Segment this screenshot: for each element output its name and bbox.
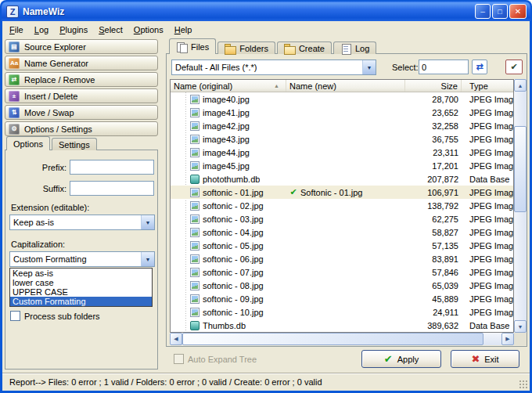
select-all-button[interactable] (505, 59, 523, 74)
menu-item-plugins[interactable]: Plugins (54, 23, 93, 36)
sidebar-button-name-generator[interactable]: Aa Name Generator (5, 56, 158, 70)
select-count-input[interactable] (419, 59, 469, 74)
vertical-scrollbar-thumb[interactable] (514, 126, 527, 212)
table-row[interactable]: softonic - 08.jpg 65,039 JPEG Imag (171, 279, 513, 292)
table-row[interactable]: softonic - 01.jpg Softonic - 01.jpg 106,… (171, 186, 513, 199)
tab-create[interactable]: Create (277, 41, 332, 54)
column-header-original-label: Name (original) (174, 81, 232, 91)
close-button[interactable]: ✕ (509, 4, 527, 19)
menu-item-options[interactable]: Options (128, 23, 169, 36)
process-sub-folders-checkbox[interactable] (10, 311, 20, 321)
suffix-input[interactable] (70, 181, 154, 196)
valid-check-icon (286, 320, 300, 330)
table-row[interactable]: image44.jpg 23,311 JPEG Imag (171, 146, 513, 159)
table-row[interactable]: Thumbs.db 389,632 Data Base (171, 319, 513, 332)
table-row[interactable]: photothumb.db 207,872 Data Base (171, 172, 513, 186)
prefix-label: Prefix: (42, 163, 66, 172)
file-name: image40.jpg (203, 95, 250, 104)
apply-check-icon (384, 353, 393, 365)
file-name: softonic - 04.jpg (203, 228, 264, 237)
sidebar-button-icon: ⚙ (9, 124, 20, 135)
title-bar[interactable]: Z NameWiz ─ □ ✕ (2, 2, 530, 21)
sidebar-button-source-explorer[interactable]: ▤ Source Explorer (5, 39, 158, 54)
vertical-scrollbar[interactable] (514, 79, 527, 333)
chevron-down-icon[interactable] (141, 252, 154, 266)
file-icon (190, 281, 200, 290)
column-header-size[interactable]: Size (405, 80, 462, 92)
table-row[interactable]: softonic - 06.jpg 83,891 JPEG Imag (171, 252, 513, 265)
valid-check-icon (286, 121, 300, 131)
resize-grip[interactable] (519, 380, 528, 389)
table-row[interactable]: softonic - 09.jpg 45,889 JPEG Imag (171, 292, 513, 305)
valid-check-icon (286, 307, 300, 317)
horizontal-scrollbar-thumb[interactable] (182, 333, 483, 345)
file-type: JPEG Imag (462, 241, 513, 251)
file-icon (190, 268, 200, 277)
scroll-left-button[interactable] (170, 333, 182, 345)
table-row[interactable]: image42.jpg 32,258 JPEG Imag (171, 119, 513, 132)
sidebar-button-insert-delete[interactable]: ± Insert / Delete (5, 88, 158, 103)
chevron-down-icon[interactable] (362, 60, 376, 74)
sidebar-button-options-settings[interactable]: ⚙ Options / Settings (5, 121, 158, 136)
file-size: 389,632 (405, 321, 462, 330)
menu-item-log[interactable]: Log (29, 23, 54, 36)
menu-item-file[interactable]: File (4, 23, 29, 36)
listbox-option[interactable]: Custom Formatting (10, 297, 152, 306)
file-size: 106,971 (405, 188, 462, 197)
tab-options[interactable]: Options (6, 136, 50, 150)
exit-cross-icon (471, 353, 480, 365)
invert-selection-button[interactable] (472, 59, 487, 74)
capitalization-label: Capitalization: (11, 240, 65, 249)
table-row[interactable]: softonic - 07.jpg 57,846 JPEG Imag (171, 265, 513, 279)
table-row[interactable]: softonic - 04.jpg 58,827 JPEG Imag (171, 225, 513, 239)
column-header-new[interactable]: Name (new) (286, 80, 405, 92)
maximize-button[interactable]: □ (492, 4, 508, 19)
main-tabs: Files Folders Create Log (169, 38, 378, 54)
listbox-option[interactable]: lower case (10, 278, 152, 287)
filter-dropdown[interactable]: Default - All Files (*.*) (171, 59, 376, 75)
suffix-label: Suffix: (43, 184, 66, 193)
file-name: softonic - 07.jpg (203, 268, 264, 277)
table-row[interactable]: image41.jpg 23,652 JPEG Imag (171, 106, 513, 119)
table-row[interactable]: softonic - 10.jpg 24,911 JPEG Imag (171, 305, 513, 319)
capitalization-dropdown[interactable]: Custom Formatting (9, 251, 155, 267)
minimize-button[interactable]: ─ (475, 4, 491, 19)
table-row[interactable]: image45.jpg 17,201 JPEG Imag (171, 159, 513, 172)
column-header-type[interactable]: Type (462, 80, 513, 92)
scroll-right-button[interactable] (501, 333, 514, 345)
prefix-input[interactable] (70, 160, 154, 175)
listbox-option[interactable]: Keep as-is (10, 269, 152, 278)
sidebar-button-move-swap[interactable]: ⇅ Move / Swap (5, 105, 158, 120)
file-type: JPEG Imag (462, 135, 513, 144)
menu-item-select[interactable]: Select (93, 23, 128, 36)
apply-button[interactable]: Apply (361, 350, 441, 368)
table-row[interactable]: image40.jpg 28,700 JPEG Imag (171, 92, 513, 106)
file-type: JPEG Imag (462, 215, 513, 224)
file-type: JPEG Imag (462, 121, 513, 131)
status-report-text: Report--> Files: 0 error ; 1 valid / Fol… (9, 377, 322, 387)
exit-button[interactable]: Exit (451, 350, 519, 368)
table-row[interactable]: image43.jpg 36,755 JPEG Imag (171, 132, 513, 146)
table-row[interactable]: softonic - 03.jpg 62,275 JPEG Imag (171, 212, 513, 225)
scroll-down-button[interactable] (514, 320, 527, 333)
auto-expand-tree-checkbox[interactable] (174, 354, 184, 364)
table-row[interactable]: softonic - 05.jpg 57,135 JPEG Imag (171, 239, 513, 252)
valid-check-icon (286, 294, 300, 304)
tab-files[interactable]: Files (169, 38, 216, 54)
tab-log[interactable]: Log (333, 41, 376, 54)
tab-label: Folders (239, 44, 268, 53)
file-icon (190, 241, 200, 251)
column-header-original[interactable]: Name (original) ▲ (171, 80, 286, 92)
sidebar-button-replace-remove[interactable]: ⇄ Replace / Remove (5, 72, 158, 87)
horizontal-scrollbar[interactable] (170, 333, 514, 345)
file-type: JPEG Imag (462, 228, 513, 237)
listbox-option[interactable]: UPPER CASE (10, 287, 152, 297)
menu-item-help[interactable]: Help (169, 23, 198, 36)
scroll-up-button[interactable] (514, 79, 527, 92)
extension-dropdown[interactable]: Keep as-is (9, 215, 155, 230)
tab-settings[interactable]: Settings (52, 138, 97, 150)
file-type: JPEG Imag (462, 148, 513, 157)
tab-folders[interactable]: Folders (217, 41, 275, 54)
table-row[interactable]: softonic - 02.jpg 138,792 JPEG Imag (171, 199, 513, 212)
chevron-down-icon[interactable] (141, 215, 154, 229)
